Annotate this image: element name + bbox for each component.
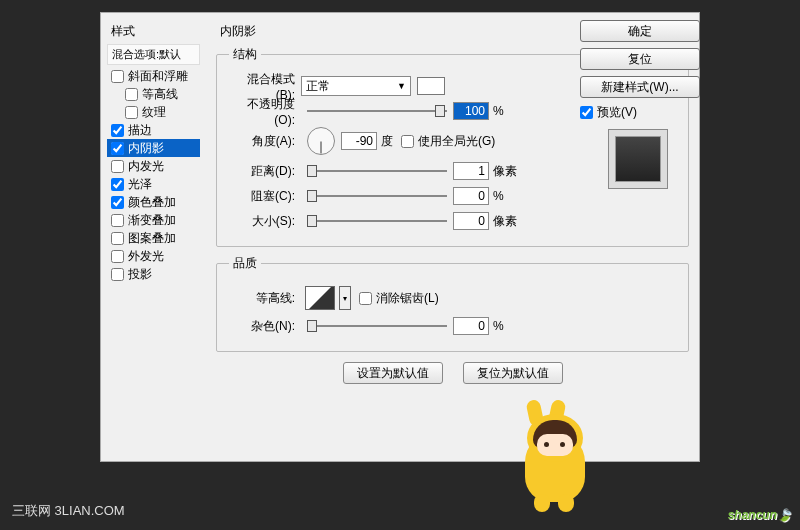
style-item-gradient-overlay[interactable]: 渐变叠加 bbox=[107, 211, 200, 229]
style-item-texture[interactable]: 纹理 bbox=[107, 103, 200, 121]
choke-unit: % bbox=[493, 189, 504, 203]
angle-unit: 度 bbox=[381, 133, 393, 150]
checkbox[interactable] bbox=[111, 250, 124, 263]
noise-input[interactable]: 0 bbox=[453, 317, 489, 335]
distance-slider[interactable] bbox=[307, 163, 447, 179]
checkbox[interactable] bbox=[111, 232, 124, 245]
reset-default-button[interactable]: 复位为默认值 bbox=[463, 362, 563, 384]
opacity-label: 不透明度(O): bbox=[229, 96, 301, 127]
preview-checkbox[interactable]: 预览(V) bbox=[580, 104, 710, 121]
style-item-satin[interactable]: 光泽 bbox=[107, 175, 200, 193]
angle-input[interactable]: -90 bbox=[341, 132, 377, 150]
footer-text: 三联网 3LIAN.COM bbox=[12, 502, 125, 520]
global-light-checkbox[interactable]: 使用全局光(G) bbox=[401, 133, 495, 150]
ok-button[interactable]: 确定 bbox=[580, 20, 700, 42]
style-item-outer-glow[interactable]: 外发光 bbox=[107, 247, 200, 265]
blend-mode-select[interactable]: 正常 ▼ bbox=[301, 76, 411, 96]
checkbox[interactable] bbox=[111, 214, 124, 227]
contour-picker[interactable] bbox=[305, 286, 335, 310]
choke-input[interactable]: 0 bbox=[453, 187, 489, 205]
antialias-checkbox[interactable]: 消除锯齿(L) bbox=[359, 290, 439, 307]
checkbox[interactable] bbox=[111, 178, 124, 191]
distance-input[interactable]: 1 bbox=[453, 162, 489, 180]
style-item-stroke[interactable]: 描边 bbox=[107, 121, 200, 139]
chevron-down-icon: ▼ bbox=[397, 81, 406, 91]
cancel-button[interactable]: 复位 bbox=[580, 48, 700, 70]
sidebar-title: 样式 bbox=[107, 21, 200, 42]
checkbox[interactable] bbox=[111, 268, 124, 281]
blending-options-row[interactable]: 混合选项:默认 bbox=[107, 44, 200, 65]
action-panel: 确定 复位 新建样式(W)... 预览(V) bbox=[580, 20, 710, 189]
checkbox[interactable] bbox=[125, 88, 138, 101]
style-item-bevel[interactable]: 斜面和浮雕 bbox=[107, 67, 200, 85]
watermark: shancun🍃 bbox=[728, 503, 792, 524]
distance-label: 距离(D): bbox=[229, 163, 301, 180]
checkbox[interactable] bbox=[125, 106, 138, 119]
style-item-inner-glow[interactable]: 内发光 bbox=[107, 157, 200, 175]
preview-inner bbox=[615, 136, 661, 182]
checkbox[interactable] bbox=[111, 124, 124, 137]
angle-dial[interactable] bbox=[307, 127, 335, 155]
structure-legend: 结构 bbox=[229, 46, 261, 63]
distance-unit: 像素 bbox=[493, 163, 517, 180]
style-item-inner-shadow[interactable]: 内阴影 bbox=[107, 139, 200, 157]
noise-slider[interactable] bbox=[307, 318, 447, 334]
angle-label: 角度(A): bbox=[229, 133, 301, 150]
checkbox[interactable] bbox=[111, 160, 124, 173]
leaf-icon: 🍃 bbox=[777, 508, 792, 522]
choke-label: 阻塞(C): bbox=[229, 188, 301, 205]
style-item-contour[interactable]: 等高线 bbox=[107, 85, 200, 103]
checkbox[interactable] bbox=[111, 196, 124, 209]
checkbox[interactable] bbox=[111, 70, 124, 83]
color-swatch[interactable] bbox=[417, 77, 445, 95]
contour-label: 等高线: bbox=[229, 290, 301, 307]
noise-unit: % bbox=[493, 319, 504, 333]
contour-dropdown[interactable]: ▾ bbox=[339, 286, 351, 310]
opacity-slider[interactable] bbox=[307, 103, 447, 119]
styles-sidebar: 样式 混合选项:默认 斜面和浮雕 等高线 纹理 描边 内阴影 内发光 光泽 颜色… bbox=[101, 13, 206, 461]
quality-legend: 品质 bbox=[229, 255, 261, 272]
style-item-pattern-overlay[interactable]: 图案叠加 bbox=[107, 229, 200, 247]
style-item-drop-shadow[interactable]: 投影 bbox=[107, 265, 200, 283]
opacity-unit: % bbox=[493, 104, 504, 118]
choke-slider[interactable] bbox=[307, 188, 447, 204]
noise-label: 杂色(N): bbox=[229, 318, 301, 335]
size-unit: 像素 bbox=[493, 213, 517, 230]
size-input[interactable]: 0 bbox=[453, 212, 489, 230]
style-list: 斜面和浮雕 等高线 纹理 描边 内阴影 内发光 光泽 颜色叠加 渐变叠加 图案叠… bbox=[107, 67, 200, 283]
mascot-image bbox=[510, 412, 600, 512]
style-item-color-overlay[interactable]: 颜色叠加 bbox=[107, 193, 200, 211]
checkbox[interactable] bbox=[111, 142, 124, 155]
opacity-input[interactable]: 100 bbox=[453, 102, 489, 120]
set-default-button[interactable]: 设置为默认值 bbox=[343, 362, 443, 384]
quality-group: 品质 等高线: ▾ 消除锯齿(L) 杂色(N): 0 % bbox=[216, 255, 689, 352]
preview-thumbnail bbox=[608, 129, 668, 189]
new-style-button[interactable]: 新建样式(W)... bbox=[580, 76, 700, 98]
size-slider[interactable] bbox=[307, 213, 447, 229]
size-label: 大小(S): bbox=[229, 213, 301, 230]
